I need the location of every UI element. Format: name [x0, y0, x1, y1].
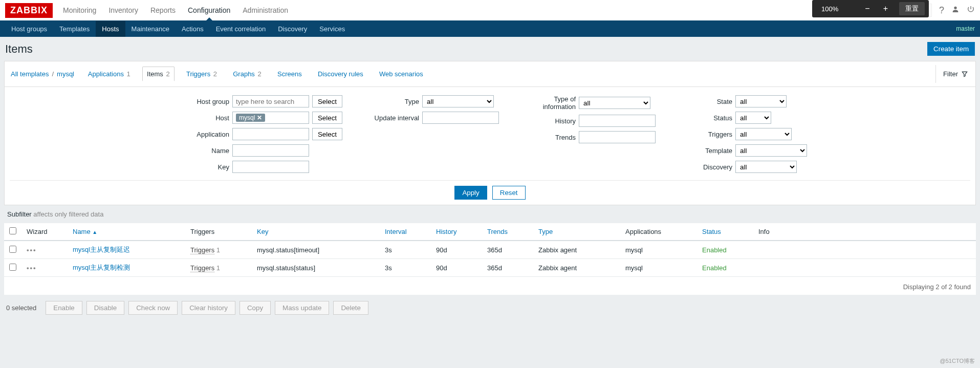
select-host-group-button[interactable]: Select	[312, 95, 342, 107]
input-trends[interactable]	[579, 131, 656, 143]
row-checkbox[interactable]	[9, 246, 16, 253]
subnav-templates[interactable]: Templates	[53, 21, 96, 37]
input-key[interactable]	[232, 161, 309, 173]
bulk-clear-history-button[interactable]: Clear history	[182, 301, 235, 315]
row-applications: mysql	[620, 259, 697, 277]
input-host[interactable]: mysql✕	[232, 112, 309, 124]
item-name-link[interactable]: mysql主从复制延迟	[73, 246, 130, 253]
th-history[interactable]: History	[431, 223, 482, 241]
host-tag: mysql✕	[236, 114, 265, 122]
bulk-actions: 0 selected Enable Disable Check now Clea…	[0, 295, 980, 321]
row-key: mysql.status[timeout]	[252, 241, 380, 259]
th-name[interactable]: Name ▲	[68, 223, 185, 241]
bulk-check-now-button[interactable]: Check now	[128, 301, 178, 315]
subnav-server-label: master	[956, 25, 975, 32]
row-key: mysql.status[status]	[252, 259, 380, 277]
zoom-in-icon[interactable]: +	[881, 4, 890, 13]
bulk-copy-button[interactable]: Copy	[239, 301, 271, 315]
item-name-link[interactable]: mysql主从复制检测	[73, 264, 130, 271]
label-type-of-info: Type of information	[519, 95, 576, 111]
input-history[interactable]	[579, 115, 656, 127]
th-wizard: Wizard	[21, 223, 68, 241]
th-applications: Applications	[620, 223, 697, 241]
select-type[interactable]: all	[422, 95, 494, 107]
topnav-administration[interactable]: Administration	[243, 6, 288, 14]
tab-applications[interactable]: Applications 1	[84, 67, 135, 81]
subnav-host-groups[interactable]: Host groups	[5, 21, 53, 37]
filter-toggle[interactable]: Filter	[935, 65, 975, 83]
topnav-monitoring[interactable]: Monitoring	[63, 6, 96, 14]
select-triggers[interactable]: all	[735, 128, 792, 140]
bc-all-templates[interactable]: All templates	[11, 70, 49, 78]
select-host-button[interactable]: Select	[312, 112, 342, 124]
reset-button[interactable]: Reset	[492, 186, 526, 200]
subnav-discovery[interactable]: Discovery	[272, 21, 313, 37]
subnav-services[interactable]: Services	[313, 21, 351, 37]
th-key[interactable]: Key	[252, 223, 380, 241]
select-template[interactable]: all	[735, 144, 807, 157]
zoom-out-icon[interactable]: −	[863, 4, 872, 13]
subfilter-row: Subfilter affects only filtered data	[0, 205, 980, 223]
page-header: Items Create item	[0, 37, 980, 61]
input-host-group[interactable]	[232, 95, 309, 107]
select-type-of-info[interactable]: all	[579, 97, 650, 109]
bulk-delete-button[interactable]: Delete	[333, 301, 368, 315]
help-icon[interactable]: ?	[939, 5, 944, 16]
th-trends[interactable]: Trends	[482, 223, 533, 241]
tab-web-scenarios[interactable]: Web scenarios	[375, 67, 427, 81]
row-triggers-count: 1	[216, 264, 220, 272]
apply-button[interactable]: Apply	[454, 186, 487, 200]
bulk-enable-button[interactable]: Enable	[46, 301, 82, 315]
th-info: Info	[753, 223, 976, 241]
select-state[interactable]: all	[735, 95, 787, 107]
sub-nav: Host groups Templates Hosts Maintenance …	[0, 20, 980, 37]
row-history: 90d	[431, 241, 482, 259]
th-type[interactable]: Type	[533, 223, 620, 241]
select-discovery[interactable]: all	[735, 161, 797, 173]
bc-host[interactable]: mysql	[57, 70, 74, 78]
input-name[interactable]	[232, 144, 309, 157]
tab-discovery-rules[interactable]: Discovery rules	[314, 67, 367, 81]
topnav-inventory[interactable]: Inventory	[108, 6, 138, 14]
power-icon[interactable]	[967, 5, 975, 16]
tab-graphs[interactable]: Graphs 2	[229, 67, 266, 81]
bulk-disable-button[interactable]: Disable	[86, 301, 124, 315]
label-status: Status	[676, 114, 732, 122]
subnav-actions[interactable]: Actions	[176, 21, 210, 37]
bulk-mass-update-button[interactable]: Mass update	[275, 301, 329, 315]
sort-asc-icon: ▲	[92, 229, 97, 235]
label-host-group: Host group	[173, 98, 229, 105]
items-table: Wizard Name ▲ Triggers Key Interval Hist…	[4, 223, 976, 295]
select-all-checkbox[interactable]	[9, 227, 16, 234]
input-application[interactable]	[232, 128, 309, 140]
topnav-configuration[interactable]: Configuration	[188, 6, 230, 14]
zoom-reset-button[interactable]: 重置	[899, 2, 925, 15]
row-triggers-link[interactable]: Triggers	[190, 246, 214, 254]
row-triggers-link[interactable]: Triggers	[190, 264, 214, 272]
topnav-reports[interactable]: Reports	[150, 6, 176, 14]
row-checkbox[interactable]	[9, 264, 16, 271]
input-update-interval[interactable]	[422, 112, 499, 124]
row-history: 90d	[431, 259, 482, 277]
user-icon[interactable]	[951, 5, 960, 16]
wizard-menu-icon[interactable]: •••	[27, 264, 37, 272]
th-status[interactable]: Status	[697, 223, 753, 241]
wizard-menu-icon[interactable]: •••	[27, 246, 37, 254]
row-status-link[interactable]: Enabled	[702, 264, 727, 272]
tab-items[interactable]: Items 2	[142, 67, 175, 81]
subnav-maintenance[interactable]: Maintenance	[125, 21, 176, 37]
th-interval[interactable]: Interval	[380, 223, 431, 241]
row-triggers-count: 1	[216, 246, 220, 254]
select-status[interactable]: all	[735, 112, 771, 124]
subnav-event-correlation[interactable]: Event correlation	[210, 21, 272, 37]
subnav-hosts[interactable]: Hosts	[96, 21, 125, 37]
row-status-link[interactable]: Enabled	[702, 246, 727, 254]
create-item-button[interactable]: Create item	[927, 42, 975, 56]
label-discovery: Discovery	[676, 163, 732, 171]
tab-screens[interactable]: Screens	[273, 67, 306, 81]
tab-triggers[interactable]: Triggers 2	[182, 67, 221, 81]
table-row: •••mysql主从复制延迟Triggers 1mysql.status[tim…	[4, 241, 976, 259]
remove-tag-icon[interactable]: ✕	[257, 114, 262, 121]
select-application-button[interactable]: Select	[312, 128, 342, 140]
label-name: Name	[173, 147, 229, 155]
